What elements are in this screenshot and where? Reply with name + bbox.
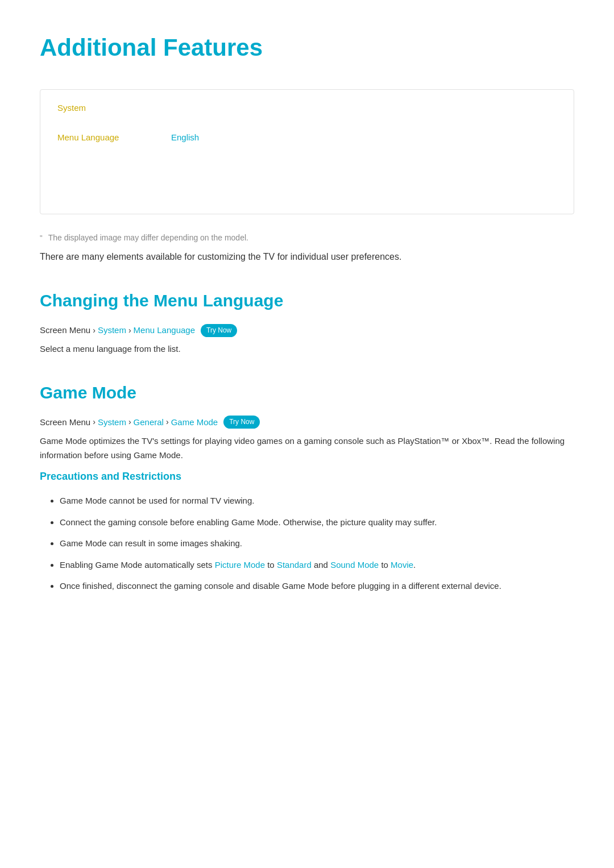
section1-breadcrumb: Screen Menu › System › Menu Language Try…	[40, 323, 574, 337]
bullet-item-5: Once finished, disconnect the gaming con…	[60, 579, 574, 593]
bullet-list: Game Mode cannot be used for normal TV v…	[40, 493, 574, 593]
section1-description: Select a menu language from the list.	[40, 342, 574, 356]
breadcrumb-screen-menu: Screen Menu	[40, 323, 90, 337]
bullet-item-2: Connect the gaming console before enabli…	[60, 515, 574, 530]
page-title: Additional Features	[40, 28, 574, 67]
precautions-subsection: Precautions and Restrictions Game Mode c…	[40, 468, 574, 593]
section2-description: Game Mode optimizes the TV's settings fo…	[40, 434, 574, 463]
movie-link[interactable]: Movie	[391, 560, 413, 570]
sound-mode-link[interactable]: Sound Mode	[330, 560, 379, 570]
breadcrumb-sep-4: ›	[128, 416, 131, 428]
breadcrumb-screen-menu-2: Screen Menu	[40, 416, 90, 429]
footnote-mark: "	[40, 232, 43, 244]
breadcrumb-system-2[interactable]: System	[98, 416, 126, 429]
breadcrumb-game-mode[interactable]: Game Mode	[171, 416, 218, 429]
section1-title: Changing the Menu Language	[40, 287, 574, 314]
menu-language-row: Menu Language English	[57, 126, 557, 149]
system-label: System	[57, 101, 557, 115]
footnote: " The displayed image may differ dependi…	[40, 231, 574, 244]
breadcrumb-menu-language[interactable]: Menu Language	[134, 323, 195, 337]
breadcrumb-sep-1: ›	[93, 324, 96, 337]
bullet-item-4: Enabling Game Mode automatically sets Pi…	[60, 558, 574, 572]
standard-link[interactable]: Standard	[277, 560, 312, 570]
section2-title: Game Mode	[40, 379, 574, 406]
footnote-text: The displayed image may differ depending…	[48, 231, 248, 244]
intro-text: There are many elements available for cu…	[40, 249, 574, 264]
breadcrumb-sep-3: ›	[93, 416, 96, 428]
breadcrumb-sep-2: ›	[128, 324, 131, 337]
section-game-mode: Game Mode Screen Menu › System › General…	[40, 379, 574, 593]
bullet-item-1: Game Mode cannot be used for normal TV v…	[60, 493, 574, 508]
section-changing-menu-language: Changing the Menu Language Screen Menu ›…	[40, 287, 574, 356]
menu-language-key: Menu Language	[57, 131, 171, 144]
picture-mode-link[interactable]: Picture Mode	[215, 560, 265, 570]
breadcrumb-general[interactable]: General	[134, 416, 164, 429]
bullet-item-3: Game Mode can result in some images shak…	[60, 536, 574, 551]
breadcrumb-sep-5: ›	[166, 416, 169, 428]
section2-breadcrumb: Screen Menu › System › General › Game Mo…	[40, 416, 574, 429]
subsection-title: Precautions and Restrictions	[40, 468, 574, 485]
breadcrumb-system-1[interactable]: System	[98, 323, 126, 337]
ui-screenshot-box: System Menu Language English	[40, 89, 574, 214]
menu-language-value: English	[171, 131, 199, 144]
try-now-badge-2[interactable]: Try Now	[223, 416, 260, 429]
try-now-badge-1[interactable]: Try Now	[201, 324, 237, 337]
